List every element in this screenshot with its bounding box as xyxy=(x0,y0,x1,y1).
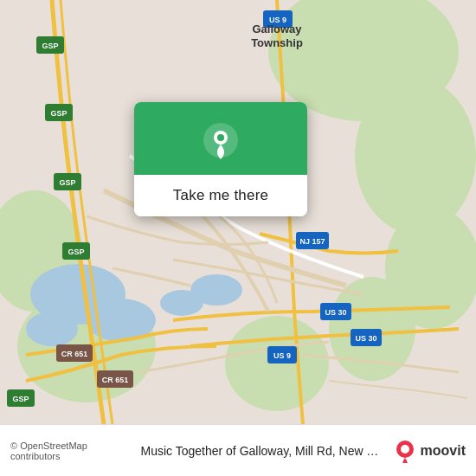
location-pin-icon xyxy=(202,121,240,159)
svg-point-2 xyxy=(355,78,476,234)
svg-text:US 30: US 30 xyxy=(325,308,346,317)
svg-text:CR 651: CR 651 xyxy=(102,376,129,384)
popup-header xyxy=(134,102,307,175)
svg-text:GSP: GSP xyxy=(12,395,29,403)
svg-text:GSP: GSP xyxy=(59,178,75,187)
svg-text:Township: Township xyxy=(251,36,303,49)
map-view[interactable]: GSP GSP GSP GSP GSP US 9 US 9 NJ 157 US … xyxy=(0,0,476,424)
svg-text:NJ 157: NJ 157 xyxy=(299,237,325,246)
svg-point-12 xyxy=(160,290,203,316)
moovit-pin-icon xyxy=(393,439,417,463)
svg-text:GSP: GSP xyxy=(50,109,67,118)
location-popup: Take me there xyxy=(134,102,307,216)
moovit-brand-text: moovit xyxy=(421,443,466,459)
copyright-text: © OpenStreetMap contributors xyxy=(10,441,132,461)
svg-text:CR 651: CR 651 xyxy=(61,350,88,358)
take-me-there-button[interactable]: Take me there xyxy=(134,175,307,216)
svg-point-41 xyxy=(217,134,224,141)
svg-text:GSP: GSP xyxy=(68,248,84,256)
svg-text:US 9: US 9 xyxy=(273,351,291,360)
svg-point-43 xyxy=(401,445,409,453)
location-name: Music Together of Galloway, Mill Rd, New… xyxy=(141,444,384,458)
svg-text:US 30: US 30 xyxy=(355,334,376,343)
bottom-bar: © OpenStreetMap contributors Music Toget… xyxy=(0,424,476,476)
svg-text:Galloway: Galloway xyxy=(252,23,302,35)
moovit-logo: moovit xyxy=(393,439,466,463)
svg-text:GSP: GSP xyxy=(42,42,58,50)
svg-point-10 xyxy=(26,312,78,346)
